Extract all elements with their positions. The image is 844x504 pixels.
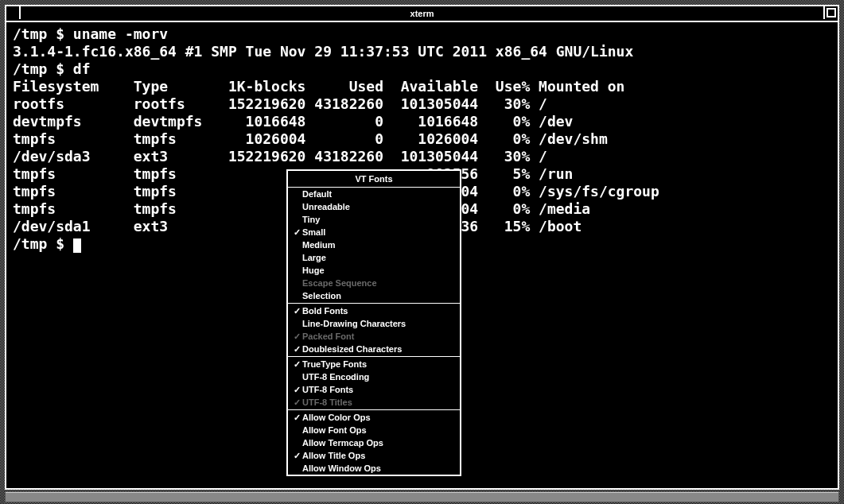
menu-item[interactable]: Default [288,188,460,200]
menu-separator [288,356,460,357]
check-icon: ✓ [291,359,302,370]
menu-separator [288,409,460,410]
menu-item: ✓Packed Font [288,330,460,343]
menu-item-label: Selection [302,290,341,301]
terminal-cursor [73,238,81,253]
menu-item-label: Tiny [302,214,320,225]
menu-item-label: Small [302,227,325,238]
menu-item-label: Line-Drawing Characters [302,318,406,329]
menu-item-label: Doublesized Characters [302,343,402,355]
check-icon: ✓ [291,227,302,238]
menu-item-label: UTF-8 Encoding [302,371,369,382]
menu-item[interactable]: ✓Small [288,226,460,238]
menu-item[interactable]: ✓UTF-8 Fonts [288,383,460,396]
menu-item[interactable]: ✓TrueType Fonts [288,358,460,370]
check-icon: ✓ [291,450,302,461]
menu-item[interactable]: Allow Font Ops [288,424,460,436]
menu-title: VT Fonts [288,171,460,188]
menu-item: ✓UTF-8 Titles [288,396,460,409]
menu-item-label: Allow Font Ops [302,425,367,436]
menu-item[interactable]: Allow Termcap Ops [288,436,460,449]
menu-item[interactable]: Large [288,251,460,264]
check-icon: ✓ [291,412,302,423]
menu-item-label: Default [302,188,332,200]
check-icon: ✓ [291,305,302,316]
menu-item[interactable]: Line-Drawing Characters [288,317,460,330]
menu-item-label: Packed Font [302,331,354,342]
window-title: xterm [410,9,434,18]
menu-item-label: TrueType Fonts [302,359,367,370]
menu-item[interactable]: Selection [288,289,460,302]
menu-item[interactable]: ✓Allow Title Ops [288,449,460,462]
taskbar[interactable] [5,491,839,502]
vt-fonts-menu[interactable]: VT Fonts DefaultUnreadableTiny✓SmallMedi… [286,169,461,476]
window-menu-button[interactable] [6,6,21,19]
menu-item[interactable]: Medium [288,238,460,251]
check-icon: ✓ [291,384,302,395]
check-icon: ✓ [291,331,302,342]
menu-separator [288,303,460,304]
menu-item-label: UTF-8 Fonts [302,384,353,395]
menu-item-label: Unreadable [302,201,350,212]
menu-item-label: Huge [302,265,325,276]
window-maximize-button[interactable] [823,6,838,19]
menu-item-label: Allow Termcap Ops [302,437,383,448]
menu-item[interactable]: UTF-8 Encoding [288,370,460,383]
menu-item[interactable]: Allow Window Ops [288,462,460,475]
check-icon: ✓ [291,397,302,408]
menu-item-label: Medium [302,239,336,250]
window-titlebar[interactable]: xterm [6,6,838,22]
menu-item-label: Allow Title Ops [302,450,365,461]
menu-item[interactable]: Huge [288,264,460,277]
menu-item[interactable]: Unreadable [288,200,460,213]
menu-item[interactable]: Tiny [288,213,460,226]
menu-item-label: UTF-8 Titles [302,397,352,408]
menu-item-label: Allow Window Ops [302,463,381,474]
menu-item-label: Escape Sequence [302,277,377,289]
menu-item: Escape Sequence [288,277,460,289]
menu-body: DefaultUnreadableTiny✓SmallMediumLargeHu… [288,188,460,475]
menu-item[interactable]: ✓Allow Color Ops [288,411,460,424]
menu-item[interactable]: ✓Doublesized Characters [288,343,460,355]
menu-item[interactable]: ✓Bold Fonts [288,304,460,317]
maximize-icon [826,8,836,17]
menu-item-label: Allow Color Ops [302,412,371,423]
check-icon: ✓ [291,343,302,355]
menu-item-label: Large [302,252,326,263]
menu-item-label: Bold Fonts [302,305,348,316]
